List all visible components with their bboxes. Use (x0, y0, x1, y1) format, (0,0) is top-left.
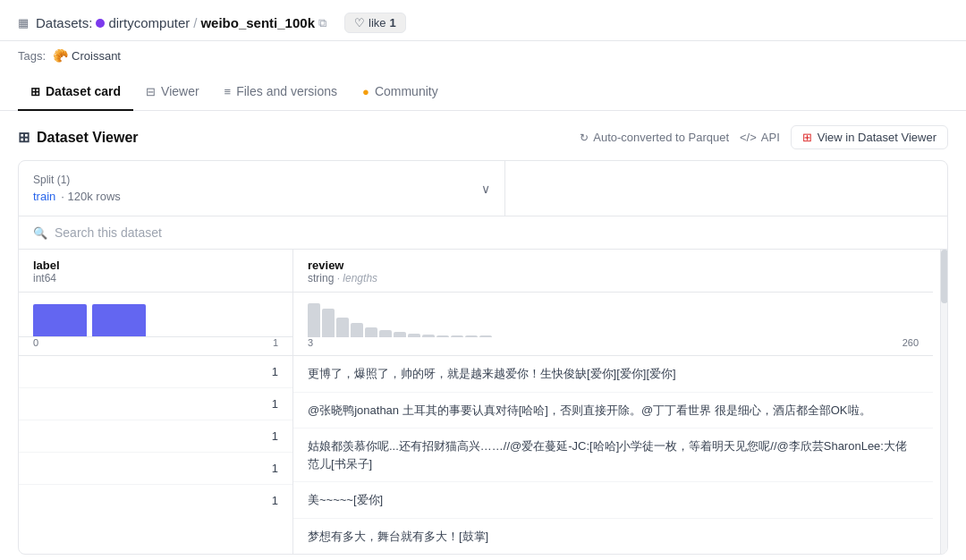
datasets-label: Datasets: (36, 15, 92, 30)
label-cell: 1 (19, 485, 293, 516)
datasets-icon: ▦ (18, 16, 29, 30)
tags-row: Tags: 🥐 Croissant (0, 41, 966, 73)
split-rows: · 120k rows (61, 190, 120, 203)
table-row: @张晓鸭jonathan 土耳其的事要认真对待[哈哈]，否则直接开除。@丁丁看世… (293, 393, 933, 429)
scrollbar-thumb[interactable] (941, 250, 948, 303)
user-dot (96, 19, 105, 28)
search-input[interactable] (55, 225, 933, 240)
split-name: train (33, 190, 55, 203)
dataset-viewer: Split (1) train · 120k rows ∨ 🔍 label (18, 160, 948, 555)
review-column-header: review string · lengths (293, 250, 933, 293)
review-col-type: string · lengths (308, 272, 919, 284)
label-column: label int64 0 1 1 1 (19, 250, 293, 554)
review-bar-labels: 3 260 (293, 337, 933, 356)
repo-name[interactable]: weibo_senti_100k (200, 15, 315, 30)
review-cell: 美~~~~~[爱你] (293, 482, 933, 518)
viewer-title-icon: ⊞ (18, 129, 30, 146)
label-min: 0 (33, 337, 38, 348)
label-cell: 1 (19, 453, 293, 484)
community-icon: ● (362, 85, 369, 98)
review-min: 3 (308, 337, 313, 348)
split-label: Split (1) (33, 174, 490, 186)
data-table: label int64 0 1 1 1 (19, 250, 947, 554)
auto-converted-label: Auto-converted to Parquet (593, 131, 729, 144)
table-row: 1 (19, 356, 292, 388)
split-row: Split (1) train · 120k rows ∨ (19, 161, 947, 216)
tab-files-versions[interactable]: ≡ Files and versions (212, 73, 350, 111)
table-row: 姑娘都羡慕你呢...还有招财猫高兴……//@爱在蔓延-JC:[哈哈]小学徒一枚，… (293, 428, 933, 482)
label-bar-labels: 0 1 (19, 337, 292, 356)
review-max: 260 (902, 337, 919, 348)
api-label: API (761, 131, 780, 144)
viewer-header: ⊞ Dataset Viewer ↻ Auto-converted to Par… (18, 125, 948, 149)
table-row: 1 (19, 420, 292, 453)
tab-files-label: Files and versions (236, 84, 337, 98)
table-row: 更博了，爆照了，帅的呀，就是越来越爱你！生快俊缺[爱你][爱你][爱你] (293, 356, 933, 393)
search-row: 🔍 (19, 216, 947, 250)
auto-converted: ↻ Auto-converted to Parquet (580, 131, 729, 144)
label-cell: 1 (19, 420, 293, 452)
label-col-name: label (33, 259, 278, 272)
croissant-emoji: 🥐 (53, 48, 68, 63)
viewer-title: ⊞ Dataset Viewer (18, 129, 139, 146)
viewer-title-text: Dataset Viewer (37, 130, 139, 146)
tags-label: Tags: (18, 49, 46, 63)
view-dataset-button[interactable]: ⊞ View in Dataset Viewer (791, 125, 948, 149)
table-row: 1 (19, 453, 292, 485)
tab-viewer-label: Viewer (161, 84, 199, 98)
like-label: like (369, 16, 386, 30)
api-button[interactable]: </> API (740, 131, 780, 144)
review-cell: 更博了，爆照了，帅的呀，就是越来越爱你！生快俊缺[爱你][爱你][爱你] (293, 356, 933, 392)
bar-0 (33, 304, 87, 336)
label-cells: 1 1 1 1 1 (19, 356, 292, 516)
copy-icon[interactable]: ⧉ (318, 16, 326, 30)
tab-community-label: Community (375, 84, 438, 98)
split-right (505, 161, 947, 216)
viewer-actions: ↻ Auto-converted to Parquet </> API ⊞ Vi… (580, 125, 948, 149)
vertical-scrollbar[interactable] (940, 250, 947, 554)
search-icon: 🔍 (33, 226, 47, 240)
top-bar: ▦ Datasets: dirtycomputer / weibo_senti_… (0, 0, 966, 73)
tab-viewer[interactable]: ⊟ Viewer (133, 73, 212, 111)
review-cells: 更博了，爆照了，帅的呀，就是越来越爱你！生快俊缺[爱你][爱你][爱你] @张晓… (293, 356, 933, 554)
like-button[interactable]: ♡ like 1 (344, 13, 406, 33)
tag-croissant[interactable]: 🥐 Croissant (53, 48, 121, 63)
tab-bar: ⊞ Dataset card ⊟ Viewer ≡ Files and vers… (0, 73, 966, 111)
table-row: 1 (19, 388, 292, 420)
bar-1 (92, 304, 146, 336)
table-row: 美~~~~~[爱你] (293, 482, 933, 519)
username[interactable]: dirtycomputer (108, 15, 190, 30)
main-content: ⊞ Dataset Viewer ↻ Auto-converted to Par… (0, 111, 966, 560)
tab-dataset-card-label: Dataset card (46, 84, 121, 98)
chevron-down-icon: ∨ (481, 182, 490, 196)
table-row: 梦想有多大，舞台就有多大！[鼓掌] (293, 519, 933, 555)
table-row: 1 (19, 485, 292, 516)
label-col-type: int64 (33, 272, 278, 284)
view-btn-label: View in Dataset Viewer (818, 131, 936, 144)
label-max: 1 (273, 337, 278, 348)
label-cell: 1 (19, 356, 293, 387)
tab-community[interactable]: ● Community (350, 73, 451, 111)
review-column: review string · lengths (293, 250, 947, 554)
label-bar-chart (19, 293, 292, 337)
breadcrumb: ▦ Datasets: dirtycomputer / weibo_senti_… (18, 13, 948, 33)
breadcrumb-slash: / (193, 15, 197, 30)
tab-dataset-card[interactable]: ⊞ Dataset card (18, 73, 133, 111)
dataset-card-icon: ⊞ (30, 85, 40, 98)
split-selector[interactable]: Split (1) train · 120k rows ∨ (19, 161, 505, 216)
label-cell: 1 (19, 388, 293, 420)
label-column-header: label int64 (19, 250, 292, 293)
review-cell: @张晓鸭jonathan 土耳其的事要认真对待[哈哈]，否则直接开除。@丁丁看世… (293, 393, 933, 428)
tag-name: Croissant (72, 49, 121, 63)
review-cell: 姑娘都羡慕你呢...还有招财猫高兴……//@爱在蔓延-JC:[哈哈]小学徒一枚，… (293, 428, 933, 481)
view-btn-icon: ⊞ (802, 131, 812, 144)
review-col-name: review (308, 259, 919, 272)
heart-icon: ♡ (354, 16, 365, 30)
review-cell: 梦想有多大，舞台就有多大！[鼓掌] (293, 519, 933, 555)
convert-icon: ↻ (580, 132, 589, 144)
viewer-icon: ⊟ (146, 85, 156, 98)
like-count: 1 (390, 16, 396, 30)
code-icon: </> (740, 131, 757, 144)
review-bar-chart (293, 293, 933, 337)
files-icon: ≡ (225, 85, 232, 98)
